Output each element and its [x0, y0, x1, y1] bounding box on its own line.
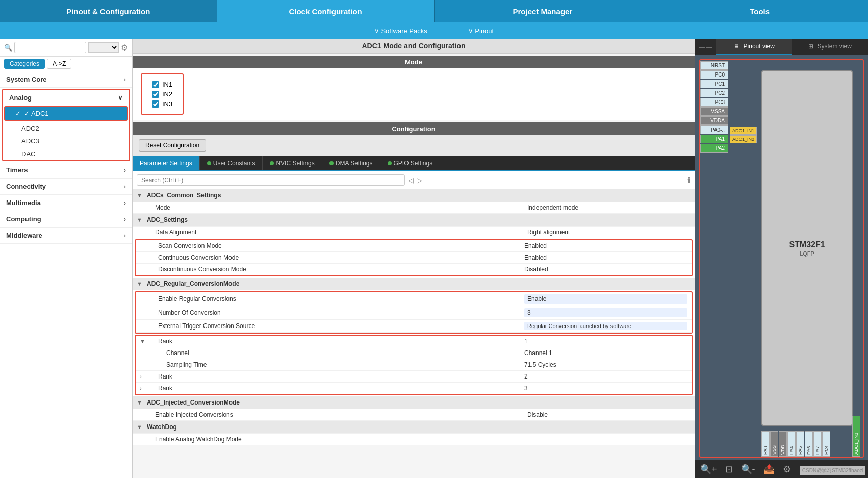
right-panel: — — 🖥 Pinout view ⊞ System view: [695, 39, 868, 478]
export-button[interactable]: 📤: [763, 464, 775, 475]
section-adcs-common: ▼ ADCs_Common_Settings: [133, 189, 695, 202]
expand-icon5[interactable]: ▼: [137, 424, 145, 430]
expand-icon4[interactable]: ▼: [137, 399, 145, 406]
system-view-icon: ⊞: [808, 43, 813, 50]
expand-icon2[interactable]: ▼: [137, 217, 145, 223]
expand-icon3[interactable]: ▼: [137, 281, 145, 287]
pin-pc1[interactable]: PC1: [700, 80, 728, 88]
pin-pc2[interactable]: PC2: [700, 89, 728, 97]
pinout-view-icon: 🖥: [733, 43, 739, 50]
zoom-out-button[interactable]: 🔍-: [741, 464, 755, 475]
pin-vdda[interactable]: VDDA: [700, 116, 728, 125]
param-enable-injected: Enable Injected Conversions Disable: [133, 409, 695, 421]
section-computing: Computing ›: [0, 211, 132, 228]
nav-project[interactable]: Project Manager: [435, 0, 652, 22]
param-enable-regular: Enable Regular Conversions Enable: [136, 292, 692, 306]
expand-rank1[interactable]: ▼: [140, 338, 148, 344]
chevron-right-icon3: ›: [124, 183, 126, 190]
pin-pa4[interactable]: PA4: [787, 431, 796, 457]
right-panel-tabs: — — 🖥 Pinout view ⊞ System view: [695, 39, 868, 55]
param-continuous-conv: Continuous Conversion Mode Enabled: [136, 252, 692, 264]
section-computing-header[interactable]: Computing ›: [0, 211, 132, 227]
tab-categories[interactable]: Categories: [4, 59, 45, 69]
param-channel: Channel Channel 1: [136, 347, 692, 359]
pin-pc4[interactable]: PC4: [822, 431, 830, 457]
section-system-core-header[interactable]: System Core ›: [0, 71, 132, 87]
param-rank2: › Rank 2: [136, 371, 692, 383]
pin-vdd[interactable]: VDD: [779, 431, 787, 457]
fit-view-button[interactable]: ⊡: [725, 464, 733, 475]
reset-configuration-button[interactable]: Reset Configuration: [139, 139, 206, 152]
pin-vssa[interactable]: VSSA: [700, 107, 728, 116]
section-multimedia-header[interactable]: Multimedia ›: [0, 195, 132, 211]
section-connectivity: Connectivity ›: [0, 179, 132, 195]
settings-button[interactable]: ⚙: [783, 464, 791, 475]
param-mode: Mode Independent mode: [133, 202, 695, 214]
sidebar-filter-select[interactable]: [88, 42, 119, 53]
in2-checkbox[interactable]: [152, 91, 159, 98]
sub-pinout[interactable]: ∨ Pinout: [468, 27, 494, 35]
pin-nrst[interactable]: NRST: [700, 61, 728, 70]
zoom-controls[interactable]: — —: [695, 39, 716, 55]
tab-parameter-settings[interactable]: Parameter Settings: [133, 156, 200, 170]
nav-pinout[interactable]: Pinout & Configuration: [0, 0, 217, 22]
sidebar-item-dac[interactable]: DAC: [3, 147, 129, 160]
section-connectivity-header[interactable]: Connectivity ›: [0, 179, 132, 194]
nav-clock[interactable]: Clock Configuration: [217, 0, 435, 22]
section-middleware-header[interactable]: Middleware ›: [0, 228, 132, 243]
pin-pa3[interactable]: PA3: [761, 431, 770, 457]
parameter-search-input[interactable]: [137, 174, 405, 186]
expand-rank3[interactable]: ›: [140, 385, 148, 391]
pin-pa0[interactable]: PA0-..: [700, 125, 728, 134]
adc1-in1-label: ADC1_IN1: [730, 127, 757, 135]
tab-user-constants[interactable]: User Constants: [200, 156, 263, 170]
info-icon[interactable]: ℹ: [687, 175, 691, 185]
analog-header[interactable]: Analog ∨: [3, 90, 129, 106]
tab-pinout-view[interactable]: 🖥 Pinout view: [716, 39, 792, 55]
watermark: CSDN@学习STM32fIhaozi: [800, 466, 865, 475]
chip-outline-box: NRST PC0 PC1 PC2 PC3 VSSA VDDA PA0-.. PA…: [699, 59, 864, 458]
sidebar-search-input[interactable]: [14, 42, 86, 53]
in1-checkbox[interactable]: [152, 81, 159, 88]
tab-nvic-settings[interactable]: NVIC Settings: [263, 156, 322, 170]
mode-checkboxes-box: IN1 IN2 IN3: [141, 73, 184, 115]
search-next-icon[interactable]: ▷: [417, 176, 422, 184]
tab-dma-settings[interactable]: DMA Settings: [322, 156, 380, 170]
dot-icon1: [207, 161, 211, 165]
pin-pa6[interactable]: PA6: [805, 431, 813, 457]
sub-software-packs[interactable]: ∨ Software Packs: [374, 27, 427, 35]
expand-rank2[interactable]: ›: [140, 373, 148, 380]
section-regular-conv: ▼ ADC_Regular_ConversionMode: [133, 278, 695, 290]
content-title: ADC1 Mode and Configuration: [133, 39, 695, 54]
param-ext-trigger: External Trigger Conversion Source Regul…: [136, 320, 692, 333]
minus-icon: — —: [699, 44, 712, 50]
sidebar-item-adc2[interactable]: ADC2: [3, 122, 129, 135]
tab-system-view[interactable]: ⊞ System view: [792, 39, 868, 55]
in3-checkbox[interactable]: [152, 100, 159, 108]
adc-labels: ADC1_IN1 ADC1_IN2: [730, 127, 757, 143]
zoom-in-button[interactable]: 🔍+: [700, 464, 717, 475]
pin-pc0[interactable]: PC0: [700, 70, 728, 79]
sidebar-item-adc1[interactable]: ✓ ✓ ADC1: [4, 106, 128, 121]
tab-az[interactable]: A->Z: [47, 59, 71, 69]
multimedia-label: Multimedia: [6, 199, 41, 207]
section-timers-header[interactable]: Timers ›: [0, 162, 132, 178]
checkbox-in1: IN1: [152, 81, 172, 88]
pin-vss[interactable]: VSS: [770, 431, 778, 457]
rank-box: ▼ Rank 1 Channel Channel 1 Sampling Time…: [135, 335, 693, 395]
pin-pc3[interactable]: PC3: [700, 98, 728, 107]
mode-section: IN1 IN2 IN3: [133, 68, 695, 120]
pin-pa7[interactable]: PA7: [813, 431, 822, 457]
search-prev-icon[interactable]: ◁: [408, 176, 414, 184]
analog-section: Analog ∨ ✓ ✓ ADC1 ADC2 ADC3 DAC: [2, 89, 130, 161]
gear-icon[interactable]: ⚙: [121, 43, 128, 53]
nav-tools[interactable]: Tools: [651, 0, 868, 22]
pin-pa2[interactable]: PA2: [700, 144, 728, 153]
pin-pa1[interactable]: PA1: [700, 135, 728, 143]
pin-pa5[interactable]: PA5: [796, 431, 804, 457]
sidebar-item-adc3[interactable]: ADC3: [3, 135, 129, 147]
system-core-label: System Core: [6, 76, 46, 83]
tab-gpio-settings[interactable]: GPIO Settings: [380, 156, 441, 170]
expand-icon[interactable]: ▼: [137, 192, 145, 198]
param-scan-conv: Scan Conversion Mode Enabled: [136, 240, 692, 252]
